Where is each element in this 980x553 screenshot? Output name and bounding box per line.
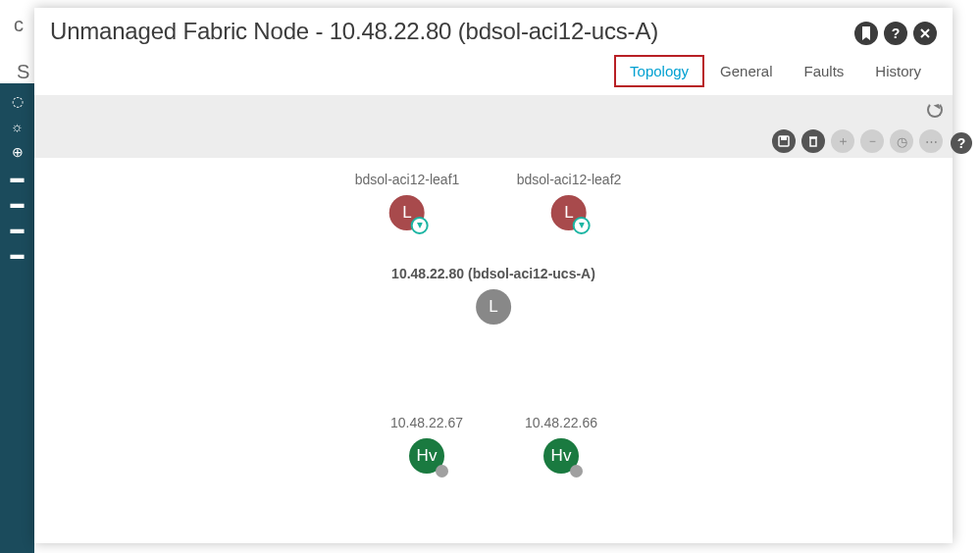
help-icon[interactable]: ? [884,22,907,45]
node-center[interactable]: 10.48.22.80 (bdsol-aci12-ucs-A) L [391,266,595,325]
node-hv1-type: Hv [417,446,438,466]
node-center-circle: L [476,289,511,325]
delete-icon[interactable] [801,129,825,153]
node-hv2-type: Hv [551,446,572,466]
topology-canvas[interactable]: bdsol-aci12-leaf1 L bdsol-aci12-leaf2 L … [34,158,953,543]
tab-general[interactable]: General [704,55,788,87]
node-hv2[interactable]: 10.48.22.66 Hv [525,415,597,474]
zoom-fit-icon[interactable]: ◷ [890,129,913,153]
bg-sidebar-icon-1: ◌ [0,93,34,109]
save-icon[interactable] [772,129,796,153]
bg-sidebar-icon-3: ⊕ [0,144,34,160]
node-hv1[interactable]: 10.48.22.67 Hv [390,415,463,474]
tab-topology[interactable]: Topology [614,55,704,87]
quickbar [34,95,953,125]
node-center-type: L [489,297,497,317]
node-hv2-badge-icon [570,465,583,478]
bg-app-letter-s: S [17,61,29,83]
bg-sidebar-icon-6: ▬ [0,221,34,236]
node-hv1-circle: Hv [409,438,444,474]
zoom-out-icon[interactable]: － [860,129,884,153]
close-icon[interactable] [913,22,937,45]
topology-links [34,158,329,305]
bg-sidebar-icon-2: ☼ [0,119,34,134]
modal-unmanaged-fabric-node: Unmanaged Fabric Node - 10.48.22.80 (bds… [34,8,953,543]
node-leaf1-circle: L [389,195,425,230]
modal-header: Unmanaged Fabric Node - 10.48.22.80 (bds… [34,8,953,45]
settings-icon[interactable]: ⋯ [919,129,943,153]
tab-faults[interactable]: Faults [788,55,859,87]
node-leaf1-badge-icon [411,217,429,234]
tab-history[interactable]: History [859,55,937,87]
node-hv2-circle: Hv [543,438,579,474]
node-hv2-label: 10.48.22.66 [525,415,597,430]
bg-sidebar-icon-4: ▬ [0,170,34,185]
bg-sidebar-icon-7: ▬ [0,246,34,262]
node-leaf1-type: L [402,203,411,223]
node-leaf2-circle: L [551,195,587,230]
node-hv1-label: 10.48.22.67 [390,415,463,430]
toolbar: ＋ － ◷ ⋯ [34,125,953,158]
node-leaf2-badge-icon [573,217,591,234]
bg-app-letter-c: c [14,14,24,36]
node-leaf1-label: bdsol-aci12-leaf1 [355,172,460,187]
refresh-icon[interactable] [927,102,943,118]
node-leaf2[interactable]: bdsol-aci12-leaf2 L [517,172,622,230]
modal-title: Unmanaged Fabric Node - 10.48.22.80 (bds… [50,18,658,45]
zoom-in-icon[interactable]: ＋ [831,129,854,153]
node-hv1-badge-icon [436,465,448,478]
bg-help-icon[interactable]: ? [951,132,972,154]
node-leaf1[interactable]: bdsol-aci12-leaf1 L [355,172,460,230]
node-leaf2-type: L [564,203,573,223]
modal-actions: ? [854,18,937,45]
node-center-label: 10.48.22.80 (bdsol-aci12-ucs-A) [391,266,595,281]
node-leaf2-label: bdsol-aci12-leaf2 [517,172,622,187]
bg-sidebar-icon-5: ▬ [0,195,34,211]
bookmark-icon[interactable] [854,22,878,45]
bg-sidebar: ◌ ☼ ⊕ ▬ ▬ ▬ ▬ [0,83,34,553]
tabs: Topology General Faults History [34,45,953,95]
svg-rect-1 [781,136,787,140]
